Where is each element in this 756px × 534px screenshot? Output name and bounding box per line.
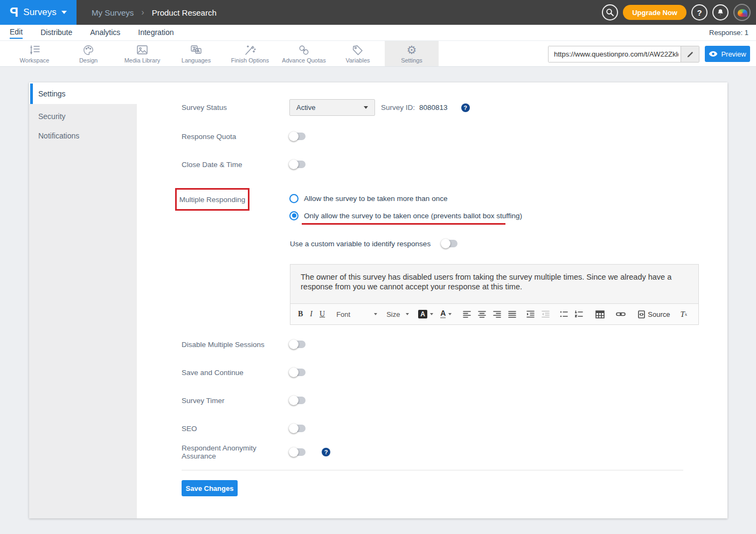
translate-icon bbox=[189, 44, 203, 56]
help-button[interactable]: ? bbox=[691, 4, 708, 20]
tab-integration[interactable]: Integration bbox=[138, 27, 174, 38]
active-indicator bbox=[30, 84, 33, 104]
response-quota-toggle[interactable] bbox=[289, 133, 306, 140]
table-icon bbox=[595, 310, 605, 318]
palette-icon bbox=[81, 44, 95, 56]
respondent-anonymity-toggle[interactable] bbox=[289, 448, 306, 456]
tab-distribute[interactable]: Distribute bbox=[40, 27, 72, 38]
align-right-icon bbox=[493, 310, 501, 318]
survey-status-label: Survey Status bbox=[182, 103, 289, 112]
survey-id-label: Survey ID: bbox=[381, 103, 415, 112]
custom-variable-label: Use a custom variable to identify respon… bbox=[290, 240, 431, 248]
gear-icon: ⚙ bbox=[405, 44, 419, 56]
questionpro-logo-icon: P bbox=[10, 5, 18, 20]
text-color-icon: A bbox=[440, 310, 446, 318]
survey-timer-toggle[interactable] bbox=[289, 397, 306, 404]
settings-panel: Settings Security Notifications Survey S… bbox=[29, 82, 727, 518]
section-tabs: Edit Distribute Analytics Integration Re… bbox=[0, 25, 756, 41]
breadcrumb-separator: › bbox=[141, 8, 144, 17]
indent-icon bbox=[526, 310, 535, 318]
align-left-button[interactable] bbox=[463, 310, 471, 318]
response-count[interactable]: Response: 1 bbox=[709, 29, 748, 37]
font-dropdown[interactable]: Font bbox=[336, 310, 377, 318]
chevron-down-icon bbox=[61, 11, 67, 14]
sidebar-item-notifications[interactable]: Notifications bbox=[29, 125, 137, 146]
sidebar-item-security[interactable]: Security bbox=[29, 104, 137, 125]
save-and-continue-toggle[interactable] bbox=[289, 369, 306, 376]
toolbar-item-settings[interactable]: ⚙ Settings bbox=[385, 41, 439, 66]
numbered-list-button[interactable] bbox=[575, 310, 583, 318]
topbar-actions: Upgrade Now ? bbox=[602, 0, 751, 25]
source-button[interactable]: Source bbox=[638, 310, 670, 318]
source-icon bbox=[638, 310, 645, 318]
breadcrumb-my-surveys[interactable]: My Surveys bbox=[92, 8, 134, 17]
radio-option-multiple[interactable]: Allow the survey to be taken more than o… bbox=[289, 191, 447, 206]
save-changes-button[interactable]: Save Changes bbox=[182, 480, 238, 496]
radio-selected-icon[interactable] bbox=[289, 211, 299, 220]
underline-button[interactable]: U bbox=[320, 310, 325, 318]
multiple-responding-annotation-box: Multiple Responding bbox=[175, 188, 249, 211]
size-dropdown[interactable]: Size bbox=[386, 310, 409, 318]
save-and-continue-row: Save and Continue bbox=[182, 365, 306, 380]
survey-id-help-icon[interactable]: ? bbox=[461, 103, 470, 112]
upgrade-now-button[interactable]: Upgrade Now bbox=[623, 5, 686, 20]
toolbar-item-languages[interactable]: Languages bbox=[169, 41, 223, 66]
respondent-anonymity-row: Respondent Anonymity Assurance ? bbox=[182, 445, 330, 460]
chevron-down-icon bbox=[364, 106, 368, 109]
toolbar-item-variables[interactable]: Variables bbox=[331, 41, 385, 66]
survey-timer-row: Survey Timer bbox=[182, 393, 306, 408]
custom-variable-toggle[interactable] bbox=[441, 240, 457, 247]
bulleted-list-button[interactable] bbox=[560, 310, 568, 318]
edit-url-button[interactable] bbox=[681, 46, 699, 62]
close-date-toggle[interactable] bbox=[289, 161, 306, 168]
search-button[interactable] bbox=[602, 4, 618, 20]
insert-link-button[interactable] bbox=[616, 311, 626, 317]
toolbar-item-advance-quotas[interactable]: Advance Quotas bbox=[277, 41, 331, 66]
top-navigation-bar: P Surveys My Surveys › Product Research … bbox=[0, 0, 756, 25]
eye-icon bbox=[709, 51, 718, 57]
toolbar-item-workspace[interactable]: Workspace bbox=[8, 41, 61, 66]
bold-button[interactable]: B bbox=[298, 310, 303, 318]
outdent-icon bbox=[542, 310, 550, 318]
question-mark-icon: ? bbox=[697, 8, 702, 17]
align-justify-icon bbox=[508, 310, 516, 318]
survey-status-select[interactable]: Active bbox=[289, 99, 375, 116]
toolbar-item-design[interactable]: Design bbox=[61, 41, 115, 66]
seo-row: SEO bbox=[182, 421, 306, 436]
sidebar-item-settings[interactable]: Settings bbox=[29, 84, 137, 104]
chain-links-icon bbox=[297, 44, 311, 56]
tab-edit[interactable]: Edit bbox=[10, 26, 23, 39]
italic-button[interactable]: I bbox=[310, 310, 313, 318]
close-date-label: Close Date & Time bbox=[182, 161, 289, 169]
respondent-anonymity-help-icon[interactable]: ? bbox=[322, 448, 330, 456]
survey-status-row: Survey Status Active Survey ID: 8080813 … bbox=[182, 99, 470, 116]
notifications-button[interactable] bbox=[712, 4, 729, 20]
indent-button[interactable] bbox=[526, 310, 535, 318]
align-center-button[interactable] bbox=[478, 310, 486, 318]
tab-analytics[interactable]: Analytics bbox=[90, 27, 120, 38]
radio-option-once[interactable]: Only allow the survey to be taken once (… bbox=[289, 208, 522, 223]
toolbar-item-finish-options[interactable]: Finish Options bbox=[223, 41, 277, 66]
insert-table-button[interactable] bbox=[595, 310, 605, 318]
seo-toggle[interactable] bbox=[289, 425, 306, 432]
radio-unselected-icon[interactable] bbox=[289, 194, 299, 203]
bg-color-icon: A bbox=[418, 310, 427, 318]
remove-format-button[interactable]: Tx bbox=[680, 310, 687, 319]
richtext-editor-toolbar: B I U Font Size A A Source Tx bbox=[290, 303, 699, 325]
product-switcher[interactable]: P Surveys bbox=[0, 0, 77, 25]
survey-id-value: 8080813 bbox=[419, 103, 448, 112]
preview-button[interactable]: Preview bbox=[705, 46, 750, 62]
user-avatar[interactable] bbox=[733, 4, 751, 21]
bulleted-list-icon bbox=[560, 310, 568, 318]
toolbar-item-media-library[interactable]: Media Library bbox=[115, 41, 169, 66]
response-quota-row: Response Quota bbox=[182, 129, 306, 144]
background-color-button[interactable]: A bbox=[418, 310, 433, 318]
align-right-button[interactable] bbox=[493, 310, 501, 318]
align-justify-button[interactable] bbox=[508, 310, 516, 318]
disable-multiple-sessions-toggle[interactable] bbox=[289, 341, 306, 348]
disabled-message-textarea[interactable]: The owner of this survey has disabled us… bbox=[290, 264, 699, 303]
tag-icon bbox=[351, 44, 365, 56]
outdent-button[interactable] bbox=[542, 310, 550, 318]
text-color-button[interactable]: A bbox=[440, 310, 452, 318]
survey-url-input[interactable] bbox=[549, 46, 681, 62]
